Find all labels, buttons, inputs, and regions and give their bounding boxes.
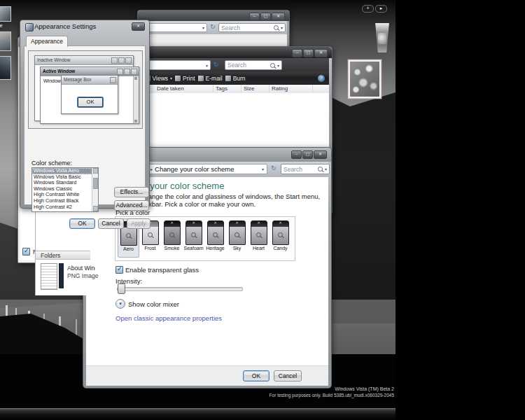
refresh-icon[interactable]: ↻ bbox=[214, 61, 219, 68]
maximize-button[interactable]: ▢ bbox=[302, 150, 313, 159]
desktop-icon-2[interactable] bbox=[0, 31, 11, 51]
column-rating[interactable]: Rating bbox=[270, 85, 313, 93]
appearance-preview: Inactive Window Active Window Window Tex… bbox=[28, 50, 143, 129]
scheme-option[interactable]: Windows Classic bbox=[32, 186, 92, 192]
explorer-back-window: – ▢ ✕ ▾ ↻ Search ▾ bbox=[137, 10, 290, 50]
scheme-option[interactable]: Windows Vista Basic bbox=[32, 174, 92, 181]
close-button[interactable]: ✕ bbox=[272, 13, 285, 21]
swatch-heart-icon bbox=[251, 220, 267, 245]
cancel-button[interactable]: Cancel bbox=[98, 218, 124, 229]
refresh-icon[interactable]: ↻ bbox=[210, 23, 216, 30]
breadcrumb-text: Change your color scheme bbox=[155, 165, 262, 173]
taskbar: Welcome Center test Change your color s.… bbox=[0, 408, 396, 420]
chevron-down-icon[interactable]: ▾ bbox=[262, 167, 264, 172]
address-breadcrumb[interactable]: ▾ bbox=[143, 23, 207, 32]
burn-icon bbox=[225, 76, 231, 81]
maximize-button[interactable]: ▢ bbox=[303, 49, 314, 57]
search-placeholder: Search bbox=[227, 62, 270, 69]
screen: Re + ▸ Windows Vista (TM) Beta 2 For tes… bbox=[0, 0, 525, 420]
effects-button[interactable]: Effects... bbox=[114, 187, 149, 197]
swatch-smoke-icon bbox=[164, 220, 181, 245]
advanced-button[interactable]: Advanced... bbox=[114, 200, 149, 211]
intensity-slider-thumb[interactable] bbox=[118, 284, 125, 294]
desktop-icon-1[interactable]: Re bbox=[0, 6, 11, 29]
toolbar-email[interactable]: E-mail bbox=[198, 75, 223, 82]
transparent-glass-checkbox[interactable] bbox=[115, 266, 123, 274]
preview-scrollbar bbox=[133, 76, 139, 123]
preview-message-box: Message Box OK bbox=[61, 75, 118, 114]
swatch-heritage[interactable]: Heritage bbox=[204, 218, 226, 258]
desktop-icon-3[interactable] bbox=[0, 56, 11, 80]
search-input[interactable]: Search ▾ bbox=[281, 164, 330, 174]
desktop-icon-2-image bbox=[0, 31, 11, 51]
help-icon[interactable]: ? bbox=[318, 75, 325, 82]
swatch-smoke[interactable]: Smoke bbox=[161, 218, 183, 258]
swatch-seafoam[interactable]: Seafoam bbox=[183, 218, 204, 258]
print-icon bbox=[175, 76, 181, 81]
minimize-button[interactable]: – bbox=[292, 49, 302, 57]
swatch-sky[interactable]: Sky bbox=[226, 218, 248, 258]
toolbar-print[interactable]: Print bbox=[175, 75, 195, 82]
toolbar-burn[interactable]: Burn bbox=[225, 75, 246, 82]
close-button[interactable]: ✕ bbox=[132, 22, 145, 31]
dialog-icon bbox=[25, 23, 34, 31]
swatch-heritage-icon bbox=[207, 220, 224, 245]
close-button[interactable]: ✕ bbox=[314, 49, 328, 57]
file-type: PNG Image bbox=[67, 272, 98, 279]
dialog-page: Inactive Window Active Window Window Tex… bbox=[24, 46, 146, 205]
minimize-button[interactable]: – bbox=[249, 13, 260, 21]
swatch-candy[interactable]: Candy bbox=[270, 218, 291, 258]
color-mixer-expander-icon[interactable]: ▾ bbox=[115, 299, 125, 309]
chevron-down-icon[interactable]: ▾ bbox=[325, 167, 327, 172]
ok-button[interactable]: OK bbox=[243, 370, 270, 382]
run-at-startup-checkbox[interactable] bbox=[22, 248, 30, 255]
listbox-scrollbar[interactable] bbox=[92, 168, 98, 211]
search-icon bbox=[318, 167, 323, 172]
color-mixer-label[interactable]: Show color mixer bbox=[128, 300, 179, 308]
maximize-button[interactable]: ▢ bbox=[260, 13, 271, 21]
recycle-bin-icon[interactable] bbox=[373, 23, 391, 52]
ok-button[interactable]: OK bbox=[69, 218, 95, 229]
watermark-line2: For testing purposes only. Build 5385.ub… bbox=[245, 392, 394, 398]
cancel-button[interactable]: Cancel bbox=[274, 370, 302, 382]
transparent-glass-label: Enable transparent glass bbox=[125, 266, 199, 274]
folders-band[interactable]: Folders bbox=[36, 251, 90, 260]
close-button[interactable]: ✕ bbox=[314, 150, 327, 159]
email-icon bbox=[198, 76, 204, 81]
photo-thumbnail-image bbox=[350, 62, 379, 97]
search-placeholder: Search bbox=[284, 166, 318, 173]
breadcrumb-chevron-icon: ▸ bbox=[150, 167, 153, 172]
appearance-settings-dialog: Appearance Settings ✕ Appearance Inactiv… bbox=[20, 20, 150, 209]
minimize-button[interactable]: – bbox=[291, 150, 302, 159]
intensity-slider-track[interactable] bbox=[117, 287, 243, 291]
chevron-down-icon[interactable]: ▾ bbox=[206, 63, 208, 68]
scheme-option[interactable]: High Contrast #2 bbox=[32, 204, 92, 211]
sidebar-controls: + ▸ bbox=[362, 5, 387, 13]
chevron-down-icon[interactable]: ▾ bbox=[277, 63, 279, 68]
column-date-taken[interactable]: Date taken bbox=[155, 85, 214, 93]
scheme-option[interactable]: High Contrast Black bbox=[32, 198, 92, 204]
column-size[interactable]: Size bbox=[241, 85, 270, 93]
refresh-icon[interactable]: ↻ bbox=[271, 164, 276, 172]
classic-appearance-link[interactable]: Open classic appearance properties bbox=[115, 314, 222, 322]
column-tags[interactable]: Tags bbox=[214, 85, 241, 93]
search-input[interactable]: Search ▾ bbox=[218, 23, 286, 32]
sidebar-add-gadget-button[interactable]: + bbox=[362, 5, 374, 13]
chevron-down-icon[interactable]: ▾ bbox=[202, 25, 204, 30]
photo-thumbnail[interactable] bbox=[348, 59, 382, 99]
scheme-option[interactable]: Windows Vista Aero bbox=[32, 168, 92, 174]
scheme-option[interactable]: Windows Standard bbox=[32, 180, 92, 186]
dialog-footer: OK Cancel bbox=[86, 365, 328, 386]
chevron-down-icon[interactable]: ▾ bbox=[281, 25, 283, 30]
tab-appearance[interactable]: Appearance bbox=[26, 36, 68, 47]
color-scheme-listbox[interactable]: Windows Vista Aero Windows Vista Basic W… bbox=[31, 167, 99, 212]
apply-button[interactable]: Apply bbox=[127, 218, 150, 229]
file-thumbnail bbox=[41, 263, 57, 290]
dialog-title: Appearance Settings bbox=[34, 22, 96, 30]
scheme-option[interactable]: High Contrast White bbox=[32, 192, 92, 198]
desktop-icon-1-label: Re bbox=[0, 22, 11, 29]
desktop-icon-1-image bbox=[0, 6, 11, 22]
sidebar-next-button[interactable]: ▸ bbox=[375, 5, 387, 13]
swatch-heart[interactable]: Heart bbox=[248, 218, 270, 258]
search-input[interactable]: Search ▾ bbox=[225, 60, 282, 70]
